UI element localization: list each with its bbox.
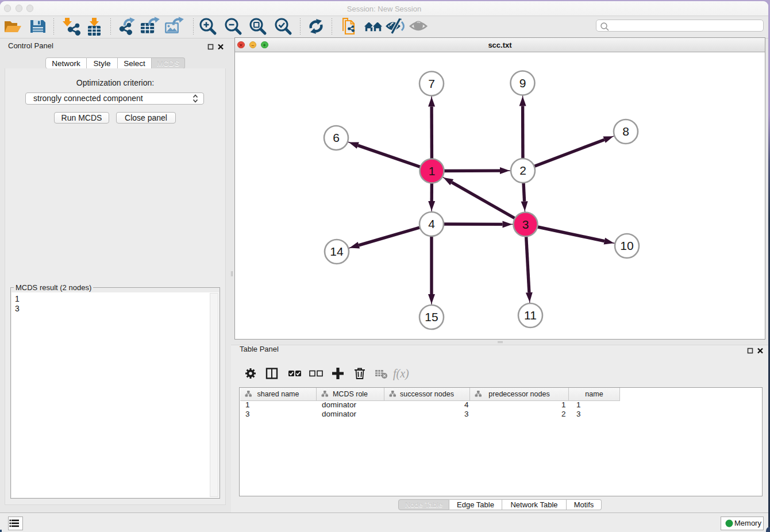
- svg-text:3: 3: [522, 217, 529, 230]
- svg-text:8: 8: [622, 125, 629, 138]
- svg-text:4: 4: [428, 217, 435, 230]
- svg-text:7: 7: [428, 76, 435, 90]
- svg-text:10: 10: [620, 239, 633, 252]
- svg-text:15: 15: [425, 310, 438, 323]
- svg-text:f(x): f(x): [393, 367, 409, 380]
- svg-text:14: 14: [330, 245, 344, 258]
- svg-text:11: 11: [524, 309, 537, 322]
- svg-text:1: 1: [429, 164, 436, 177]
- svg-text:2: 2: [519, 164, 526, 177]
- svg-text:6: 6: [333, 131, 340, 144]
- svg-text:9: 9: [519, 76, 526, 89]
